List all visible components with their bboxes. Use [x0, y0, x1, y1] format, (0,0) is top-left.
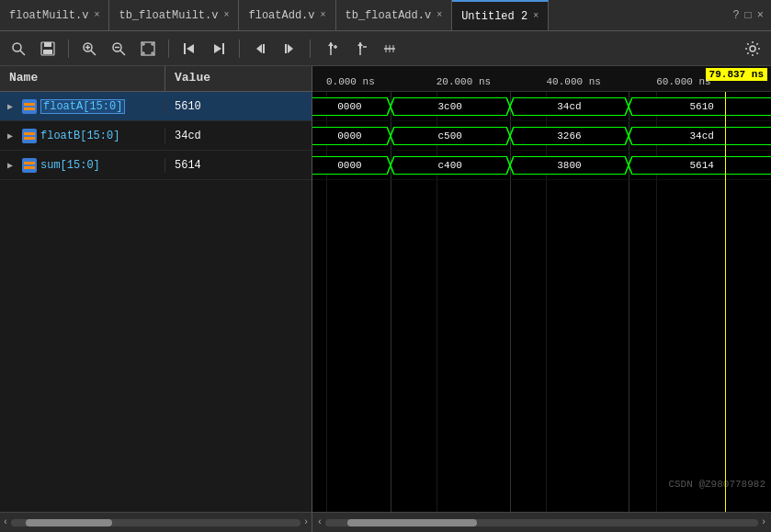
sep2	[168, 40, 169, 58]
next-signal-icon	[211, 41, 226, 56]
zoom-out-button[interactable]	[106, 37, 131, 61]
right-scrollbar-track[interactable]	[325, 519, 758, 526]
svg-line-1	[20, 51, 25, 55]
sep4	[310, 40, 311, 58]
save-icon	[40, 41, 55, 56]
signal-icon-0	[22, 99, 37, 114]
bus-trans-left-0-1	[387, 97, 394, 116]
fit-button[interactable]	[135, 37, 161, 61]
zoom-in-button[interactable]	[76, 37, 102, 61]
left-scroll-left[interactable]: ‹	[0, 517, 11, 527]
tab-close-app[interactable]: ×	[757, 9, 764, 22]
main-area: Name Value ▶floatA[15:0]5610▶floatB[15:0…	[0, 66, 771, 512]
tab-restore[interactable]: □	[745, 9, 752, 22]
zoom-out-icon	[111, 41, 126, 56]
time-marker-2: 40.000 ns	[546, 76, 600, 87]
svg-rect-30	[24, 137, 35, 140]
bus-seg-0-2: 34cd	[514, 97, 626, 116]
signal-label-1: floatB[15:0]	[40, 130, 119, 142]
svg-rect-16	[285, 44, 287, 53]
signal-rows: ▶floatA[15:0]5610▶floatB[15:0]34cd▶sum[1…	[0, 92, 312, 180]
signal-icon-2	[22, 158, 37, 173]
bus-trans-left-2-1	[387, 156, 394, 175]
step-back-button[interactable]	[247, 37, 273, 61]
tab-untitled2-label: Untitled 2	[461, 10, 527, 23]
bottom-bar: ‹ › ‹ ›	[0, 512, 771, 532]
right-scrollbar-thumb[interactable]	[347, 519, 477, 526]
tab-floatAdd[interactable]: floatAdd.v ×	[239, 0, 335, 30]
left-scroll-area[interactable]: ‹ ›	[0, 513, 312, 532]
close-tab-floatMuilt[interactable]: ×	[94, 10, 99, 20]
save-button[interactable]	[35, 37, 61, 61]
del-cursor-button[interactable]	[347, 37, 373, 61]
time-marker-0: 0.000 ns	[326, 76, 375, 87]
search-button[interactable]	[6, 37, 31, 61]
col-value-header: Value	[165, 66, 220, 91]
close-tab-tb-floatMuilt[interactable]: ×	[223, 10, 229, 20]
bus-trans-left-1-2	[506, 127, 514, 145]
right-scroll-left[interactable]: ‹	[314, 517, 325, 527]
tab-bar: floatMuilt.v × tb_floatMuilt.v × floatAd…	[0, 0, 771, 31]
bus-seg-1-0: 0000	[312, 127, 387, 145]
waveform-area[interactable]: 00003c0034cd56100000c500326634cd0000c400…	[312, 92, 771, 512]
signal-name-cell-2: ▶sum[15:0]	[0, 158, 165, 173]
add-cursor-button[interactable]	[318, 37, 344, 61]
tab-tb-floatAdd[interactable]: tb_floatAdd.v ×	[336, 0, 453, 30]
signal-panel: Name Value ▶floatA[15:0]5610▶floatB[15:0…	[0, 66, 312, 512]
right-scroll-area[interactable]: ‹ ›	[312, 513, 771, 532]
bus-seg-2-2: 3800	[514, 156, 626, 175]
close-tab-untitled2[interactable]: ×	[533, 11, 539, 21]
close-tab-tb-floatAdd[interactable]: ×	[437, 10, 442, 20]
fit-icon	[141, 41, 155, 56]
svg-rect-27	[24, 103, 35, 106]
bus-seg-1-3: 34cd	[632, 127, 771, 145]
close-tab-floatAdd[interactable]: ×	[321, 10, 326, 20]
next-signal-button[interactable]	[206, 37, 232, 61]
bus-seg-0-1: 3c00	[394, 97, 506, 116]
svg-rect-4	[43, 50, 52, 54]
prev-signal-button[interactable]	[176, 37, 202, 61]
time-marker-1: 20.000 ns	[437, 76, 491, 87]
tab-untitled2[interactable]: Untitled 2 ×	[452, 0, 549, 30]
sep1	[68, 40, 69, 58]
del-cursor-icon	[353, 41, 368, 56]
add-cursor-icon	[323, 41, 338, 56]
tab-floatMuilt[interactable]: floatMuilt.v ×	[0, 0, 109, 30]
signal-row-1[interactable]: ▶floatB[15:0]34cd	[0, 121, 312, 151]
step-fwd-icon	[282, 41, 297, 56]
signal-row-2[interactable]: ▶sum[15:0]5614	[0, 151, 312, 180]
watermark: CSDN @Z980778982	[668, 479, 765, 490]
timeline-button[interactable]	[377, 37, 403, 61]
expand-icon-1[interactable]: ▶	[7, 130, 18, 141]
gear-button[interactable]	[740, 37, 765, 61]
prev-signal-icon	[182, 41, 197, 56]
cursor-line	[725, 92, 726, 512]
bus-seg-2-0: 0000	[312, 156, 387, 175]
signal-label-2: sum[15:0]	[40, 159, 100, 172]
tab-tb-floatMuilt-label: tb_floatMuilt.v	[119, 9, 218, 22]
left-scroll-right[interactable]: ›	[300, 517, 312, 527]
step-back-icon	[253, 41, 267, 56]
tab-floatMuilt-label: floatMuilt.v	[9, 9, 88, 22]
bus-seg-1-1: c500	[394, 127, 506, 145]
tab-question[interactable]: ?	[732, 9, 739, 22]
svg-rect-31	[24, 162, 35, 164]
expand-icon-2[interactable]: ▶	[7, 160, 18, 171]
bus-trans-left-1-1	[387, 127, 394, 145]
left-scrollbar-track[interactable]	[11, 519, 300, 526]
svg-rect-3	[44, 42, 51, 47]
expand-icon-0[interactable]: ▶	[7, 101, 18, 112]
tab-floatAdd-label: floatAdd.v	[248, 9, 314, 22]
signal-row-0[interactable]: ▶floatA[15:0]5610	[0, 92, 312, 121]
svg-rect-15	[263, 44, 265, 53]
signal-label-0: floatA[15:0]	[40, 99, 125, 114]
signal-value-cell-0: 5610	[165, 100, 210, 113]
step-fwd-button[interactable]	[277, 37, 302, 61]
signal-value-cell-1: 34cd	[165, 130, 210, 142]
signal-value-cell-2: 5614	[165, 159, 210, 172]
left-scrollbar-thumb[interactable]	[26, 519, 112, 526]
gear-icon	[744, 40, 761, 57]
tab-tb-floatMuilt[interactable]: tb_floatMuilt.v ×	[109, 0, 239, 30]
right-scroll-right[interactable]: ›	[758, 517, 769, 527]
waveform-row-0: 00003c0034cd5610	[312, 92, 771, 121]
